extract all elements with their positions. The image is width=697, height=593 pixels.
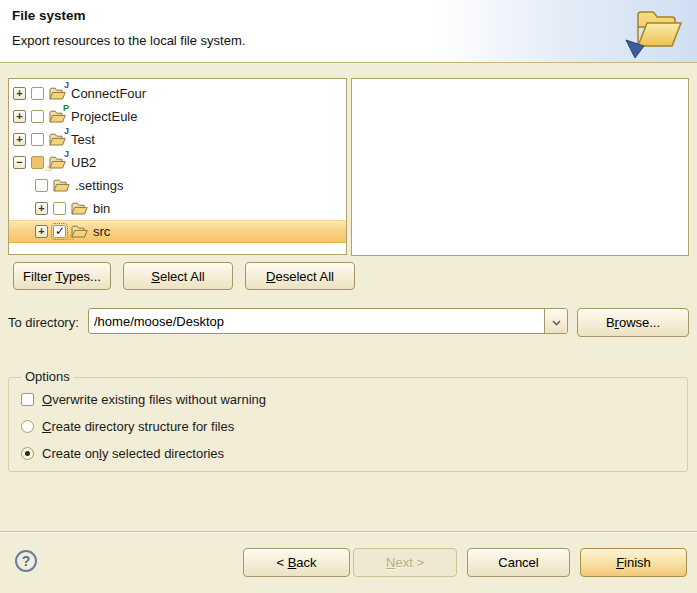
expander-icon[interactable]: − — [13, 156, 26, 169]
options-group: Options Overwrite existing files without… — [8, 377, 688, 472]
tree-item-label: .settings — [75, 178, 123, 193]
export-folder-banner-icon — [620, 2, 694, 60]
folder-icon — [71, 201, 88, 216]
option-create-selected-directories[interactable]: Create only selected directories — [21, 445, 224, 461]
tree-item-label: src — [93, 224, 110, 239]
warning-overlay-icon: ⚠ — [67, 234, 74, 242]
java-decorator-icon: J — [64, 127, 69, 136]
folder-warning-icon: ⚠ — [71, 224, 88, 239]
to-directory-label: To directory: — [8, 315, 79, 330]
checkbox[interactable] — [31, 87, 44, 100]
java-project-folder-icon: J — [49, 86, 66, 101]
question-mark-icon: ? — [22, 553, 31, 569]
browse-button[interactable]: Browse... — [577, 308, 689, 337]
tree-item-label: UB2 — [71, 155, 96, 170]
select-all-button[interactable]: Select All — [123, 262, 233, 290]
java-decorator-icon: J — [64, 81, 69, 90]
java-decorator-icon: J — [64, 150, 69, 159]
tree-item-label: bin — [93, 201, 110, 216]
wizard-header: File system Export resources to the loca… — [0, 0, 697, 63]
expander-icon[interactable]: + — [13, 87, 26, 100]
filter-types-button[interactable]: Filter Types... — [13, 262, 111, 290]
radio-button[interactable] — [21, 420, 34, 433]
expander-icon[interactable]: + — [35, 225, 48, 238]
tree-item-connectfour[interactable]: + J ConnectFour — [9, 82, 346, 105]
chevron-down-icon — [552, 314, 561, 329]
tree-item-label: ConnectFour — [71, 86, 146, 101]
option-label: Create directory structure for files — [42, 419, 234, 434]
directory-input[interactable] — [89, 309, 544, 333]
tree-item-label: ProjectEule — [71, 109, 137, 124]
tree-item-settings[interactable]: .settings — [9, 174, 346, 197]
checkbox[interactable] — [21, 393, 34, 406]
tree-item-bin[interactable]: + bin — [9, 197, 346, 220]
java-project-folder-icon: J — [49, 132, 66, 147]
checkbox[interactable] — [31, 156, 44, 169]
checkbox[interactable] — [53, 225, 66, 238]
java-project-folder-warning-icon: J ⚠ — [49, 155, 66, 170]
plugin-project-folder-icon: P — [49, 109, 66, 124]
expander-icon[interactable]: + — [13, 133, 26, 146]
option-label: Create only selected directories — [42, 446, 224, 461]
footer-separator — [0, 531, 697, 532]
combo-dropdown-button[interactable] — [544, 309, 567, 333]
tree-item-projecteule[interactable]: + P ProjectEule — [9, 105, 346, 128]
checkbox[interactable] — [31, 110, 44, 123]
options-legend: Options — [21, 369, 74, 384]
option-label: Overwrite existing files without warning — [42, 392, 266, 407]
directory-combo — [88, 308, 568, 334]
radio-button[interactable] — [21, 447, 34, 460]
folder-icon — [53, 178, 70, 193]
tree-item-src[interactable]: + ⚠ src — [9, 220, 346, 243]
expander-icon[interactable]: + — [35, 202, 48, 215]
tree-item-ub2[interactable]: − J ⚠ UB2 — [9, 151, 346, 174]
finish-button[interactable]: Finish — [580, 548, 687, 577]
checkbox[interactable] — [35, 179, 48, 192]
page-title: File system — [12, 8, 86, 23]
back-button[interactable]: < Back — [243, 548, 350, 577]
next-button[interactable]: Next > — [353, 548, 457, 577]
help-button[interactable]: ? — [15, 550, 37, 572]
checkbox[interactable] — [53, 202, 66, 215]
cancel-button[interactable]: Cancel — [467, 548, 570, 577]
file-list-panel[interactable] — [351, 78, 689, 256]
page-subtitle: Export resources to the local file syste… — [12, 33, 245, 48]
deselect-all-button[interactable]: Deselect All — [245, 262, 355, 290]
tree-item-test[interactable]: + J Test — [9, 128, 346, 151]
tree-item-label: Test — [71, 132, 95, 147]
checkbox[interactable] — [31, 133, 44, 146]
plugin-decorator-icon: P — [63, 104, 69, 113]
expander-icon[interactable]: + — [13, 110, 26, 123]
warning-overlay-icon: ⚠ — [45, 165, 52, 173]
option-create-directory-structure[interactable]: Create directory structure for files — [21, 418, 234, 434]
export-wizard-dialog: File system Export resources to the loca… — [0, 0, 697, 593]
resource-tree[interactable]: + J ConnectFour + P ProjectEule — [8, 78, 347, 255]
option-overwrite-existing[interactable]: Overwrite existing files without warning — [21, 391, 266, 407]
